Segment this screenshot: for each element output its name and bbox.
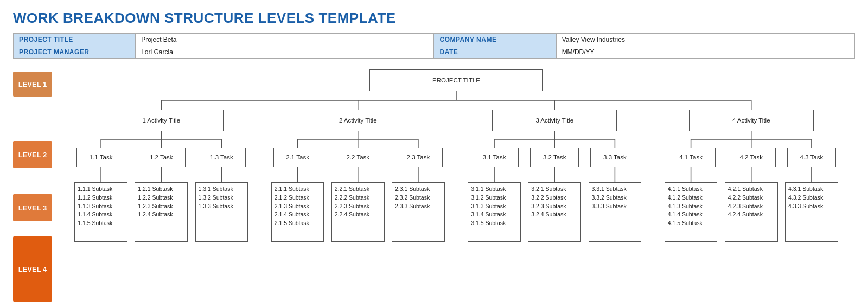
date-value: MM/DD/YY	[556, 46, 854, 59]
l4-node-1-0: 2.1.1 Subtask2.1.2 Subtask2.1.3 Subtask2…	[271, 182, 324, 242]
l4-node-0-2: 1.3.1 Subtask1.3.2 Subtask1.3.3 Subtask	[195, 182, 248, 242]
l3-node-0-2: 1.3 Task	[197, 148, 246, 167]
project-manager-label: PROJECT MANAGER	[14, 46, 136, 59]
l2-node-2: 3 Activity Title	[492, 110, 617, 131]
l4-node-0-0: 1.1.1 Subtask1.1.2 Subtask1.1.3 Subtask1…	[74, 182, 127, 242]
info-table: PROJECT TITLE Project Beta COMPANY NAME …	[13, 33, 855, 59]
l3-node-0-1: 1.2 Task	[137, 148, 186, 167]
l4-node-3-2: 4.3.1 Subtask4.3.2 Subtask4.3.3 Subtask	[785, 182, 838, 242]
wbs-area: LEVEL 1 LEVEL 2 LEVEL 3 LEVEL 4 PROJECT …	[13, 66, 855, 302]
l2-node-1: 2 Activity Title	[296, 110, 420, 131]
l4-node-3-0: 4.1.1 Subtask4.1.2 Subtask4.1.3 Subtask4…	[665, 182, 718, 242]
l4-node-1-2: 2.3.1 Subtask2.3.2 Subtask2.3.3 Subtask	[392, 182, 445, 242]
l2-node-3: 4 Activity Title	[689, 110, 814, 131]
page-title: WORK BREAKDOWN STRUCTURE LEVELS TEMPLATE	[13, 10, 855, 27]
l4-node-1-1: 2.2.1 Subtask2.2.2 Subtask2.2.3 Subtask2…	[331, 182, 385, 242]
l3-node-3-1: 4.2 Task	[727, 148, 776, 167]
level4-label: LEVEL 4	[13, 236, 52, 302]
l1-node: PROJECT TITLE	[369, 69, 543, 91]
l4-node-2-1: 3.2.1 Subtask3.2.2 Subtask3.2.3 Subtask3…	[528, 182, 581, 242]
wbs-nodes: PROJECT TITLE1 Activity Title2 Activity …	[58, 66, 855, 247]
date-label: DATE	[434, 46, 556, 59]
l4-node-2-0: 3.1.1 Subtask3.1.2 Subtask3.1.3 Subtask3…	[468, 182, 521, 242]
l2-node-0: 1 Activity Title	[99, 110, 224, 131]
level3-label: LEVEL 3	[13, 194, 52, 221]
company-name-value: Valley View Industries	[556, 34, 854, 46]
level2-label: LEVEL 2	[13, 141, 52, 168]
l4-node-3-1: 4.2.1 Subtask4.2.2 Subtask4.2.3 Subtask4…	[725, 182, 778, 242]
project-manager-value: Lori Garcia	[136, 46, 434, 59]
level1-label: LEVEL 1	[13, 72, 52, 97]
l3-node-1-0: 2.1 Task	[273, 148, 322, 167]
l3-node-1-1: 2.2 Task	[334, 148, 382, 167]
company-name-label: COMPANY NAME	[434, 34, 556, 46]
l4-node-2-2: 3.3.1 Subtask3.3.2 Subtask3.3.3 Subtask	[589, 182, 642, 242]
l3-node-2-0: 3.1 Task	[470, 148, 519, 167]
l3-node-3-0: 4.1 Task	[667, 148, 716, 167]
l3-node-3-2: 4.3 Task	[787, 148, 836, 167]
l3-node-2-1: 3.2 Task	[530, 148, 579, 167]
project-title-label: PROJECT TITLE	[14, 34, 136, 46]
levels-column: LEVEL 1 LEVEL 2 LEVEL 3 LEVEL 4	[13, 66, 52, 302]
l4-node-0-1: 1.2.1 Subtask1.2.2 Subtask1.2.3 Subtask1…	[135, 182, 188, 242]
l3-node-2-2: 3.3 Task	[590, 148, 639, 167]
project-title-value: Project Beta	[136, 34, 434, 46]
l3-node-1-2: 2.3 Task	[394, 148, 443, 167]
wbs-chart: PROJECT TITLE1 Activity Title2 Activity …	[58, 66, 855, 247]
l3-node-0-0: 1.1 Task	[76, 148, 125, 167]
